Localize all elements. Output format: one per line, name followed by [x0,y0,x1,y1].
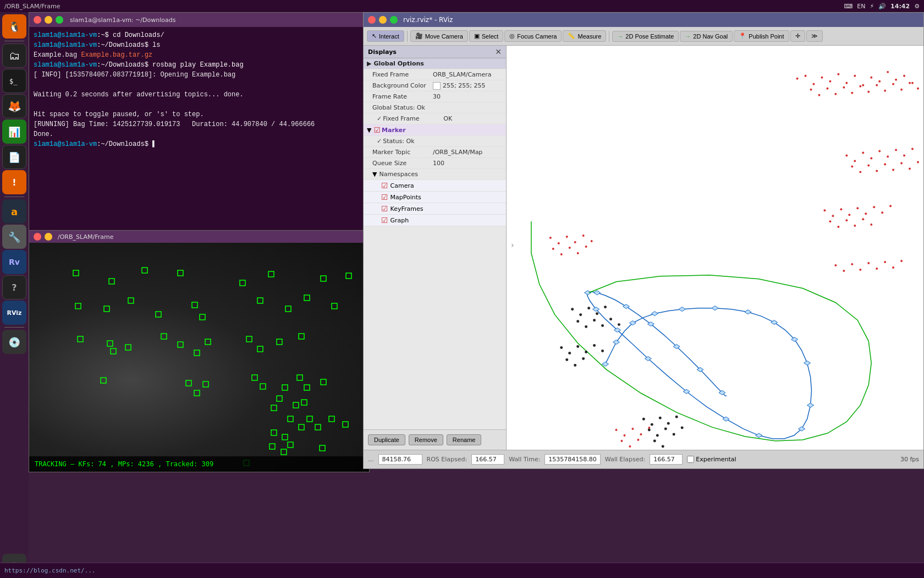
svg-point-164 [569,247,571,249]
publish-point-btn[interactable]: 📍 Publish Point [734,30,789,42]
svg-rect-4 [142,268,147,273]
taskbar: https://blog.csdn.net/... [0,563,924,578]
keyframes-ns-row: ☑ KeyFrames [364,203,506,215]
bg-color-value[interactable]: 255; 255; 255 [443,82,503,89]
rviz-max-btn[interactable] [390,16,398,24]
camera-checkbox[interactable]: ☑ [381,181,388,190]
marker-topic-label: Marker Topic [372,149,433,156]
svg-rect-15 [200,314,205,320]
svg-point-90 [837,73,839,75]
dvd-icon[interactable]: 💿 [2,330,26,354]
pose-icon: → [617,33,623,40]
document-icon[interactable]: 📄 [2,145,26,169]
remove-btn[interactable]: Remove [409,434,443,445]
global-status-row: Global Status: Ok [364,102,506,113]
svg-point-143 [845,219,848,221]
rename-btn[interactable]: Rename [447,434,482,445]
terminal-content[interactable]: slam1a@slam1a-vm:~$ cd Downloads/ slam1a… [29,27,365,231]
fixed-frame-value[interactable]: ORB_SLAM/Camera [433,71,503,78]
terminal-min-btn[interactable] [45,16,52,24]
svg-point-188 [576,345,579,348]
files-icon[interactable]: 🗂 [2,43,26,68]
more-btn[interactable]: ≫ [806,30,823,42]
svg-point-166 [585,246,587,248]
camera-ns-label: Camera [391,182,414,189]
term-line-10: [RUNNING] Bag Time: 1425127739.019173 Du… [34,119,361,129]
svg-point-141 [829,220,831,222]
measure-btn[interactable]: 📏 Measure [563,30,606,42]
duplicate-btn[interactable]: Duplicate [368,434,405,445]
interact-label: Interact [379,33,399,40]
keyframes-checkbox[interactable]: ☑ [381,204,388,213]
marker-status-label: Status: Ok [383,138,414,145]
marker-header[interactable]: ▼ ☑ Marker [364,124,506,136]
question-icon[interactable]: ? [2,275,26,299]
interact-btn[interactable]: ↖ Interact [367,30,404,42]
volume-icon: 🔊 [878,3,886,10]
svg-point-199 [675,416,678,418]
mappoints-checkbox[interactable]: ☑ [381,193,388,201]
svg-point-89 [829,80,831,83]
svg-point-154 [892,266,894,269]
svg-rect-35 [203,381,208,387]
displays-title: Displays [368,48,397,56]
svg-point-152 [876,268,878,270]
select-btn[interactable]: ▣ Select [469,30,504,42]
svg-point-204 [681,427,684,429]
rviz-min-btn[interactable] [379,16,387,24]
rviz-close-btn[interactable] [368,16,376,24]
experimental-checkbox[interactable] [687,456,694,463]
terminal-max-btn[interactable] [56,16,63,24]
spreadsheet-icon[interactable]: 📊 [2,119,26,144]
focus-icon: ◎ [509,32,515,40]
term-line-6 [34,80,361,90]
frame-close-btn[interactable] [34,233,41,241]
rviz-icon[interactable]: Rv [2,250,26,274]
experimental-checkbox-area[interactable]: Experimental [687,456,736,463]
marker-checkbox[interactable]: ☑ [373,126,381,134]
terminal-icon[interactable]: $_ [2,69,26,93]
svg-point-119 [887,155,889,157]
svg-point-192 [565,358,568,361]
system-bar: /ORB_SLAM/Frame ⌨ EN ⚡ 🔊 14:42 ⚙ [0,0,924,12]
fixed-frame-label: Fixed Frame [372,71,433,78]
firefox-icon[interactable]: 🦊 [2,94,26,118]
add-tool-btn[interactable]: ✛ [790,30,805,42]
bluetooth-icon: ⚡ [870,3,874,10]
amazon-icon[interactable]: a [2,199,26,223]
ros-time-label-text: ... [368,456,374,463]
frame-min-btn[interactable] [45,233,52,241]
term-line-9: Hit space to toggle paused, or 's' to st… [34,110,361,119]
wall-time-value: 1535784158.80 [544,454,600,465]
term-line-8 [34,100,361,110]
unknown-icon[interactable]: ! [2,170,26,194]
marker-topic-value[interactable]: /ORB_SLAM/Map [433,149,503,156]
move-camera-btn[interactable]: 🎥 Move Camera [410,30,468,42]
move-camera-icon: 🎥 [415,32,423,40]
svg-rect-49 [281,449,287,455]
focus-camera-btn[interactable]: ◎ Focus Camera [504,30,562,42]
graph-checkbox[interactable]: ☑ [381,216,388,225]
terminal-close-btn[interactable] [34,16,41,24]
svg-rect-32 [101,378,106,383]
svg-point-121 [903,154,905,156]
svg-point-197 [659,417,662,419]
pose-estimate-btn[interactable]: → 2D Pose Estimate [612,31,679,42]
global-options-header[interactable]: ▶ Global Options [364,58,506,69]
namespaces-row[interactable]: ▼ Namespaces [364,169,506,180]
queue-size-value[interactable]: 100 [433,160,503,167]
marker-label: Marker [382,127,406,134]
rviz-3d-viewport[interactable]: › [507,46,923,450]
frame-rate-value[interactable]: 30 [433,93,503,100]
graph-ns-label: Graph [391,217,409,224]
svg-point-148 [843,270,845,272]
displays-close-btn[interactable]: ✕ [495,47,502,56]
fps-display: 30 fps [900,456,919,463]
ubuntu-icon[interactable]: 🐧 [2,14,26,39]
tools-icon[interactable]: 🔧 [2,225,26,249]
rviz2-icon[interactable]: RViz [2,301,26,325]
svg-point-159 [574,241,576,243]
nav-goal-btn[interactable]: → 2D Nav Goal [680,31,733,42]
svg-point-150 [859,269,861,271]
svg-rect-22 [111,348,116,354]
